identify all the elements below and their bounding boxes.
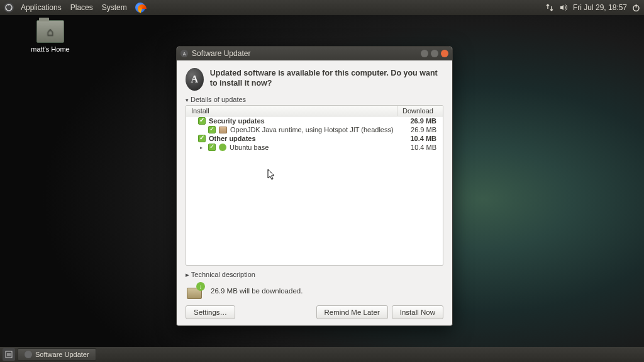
checkbox-icon[interactable] (198, 117, 206, 125)
task-software-updater[interactable]: Software Updater (18, 348, 96, 361)
item-size: 26.9 MB (397, 126, 439, 133)
checkbox-icon[interactable] (208, 126, 216, 133)
svg-point-3 (11, 8, 12, 9)
task-icon (25, 351, 32, 358)
app-icon: A (180, 50, 188, 57)
update-icon: A (186, 68, 204, 91)
show-desktop-button[interactable] (3, 348, 15, 361)
details-expander[interactable]: ▾Details of updates (186, 96, 443, 103)
settings-button[interactable]: Settings… (186, 305, 235, 319)
menu-applications[interactable]: Applications (16, 3, 66, 12)
download-summary-text: 26.9 MB will be downloaded. (211, 287, 303, 295)
svg-text:A: A (183, 52, 186, 56)
group-label: Security updates (209, 117, 265, 125)
system-tray: Fri Jul 29, 18:57 (545, 3, 640, 12)
heading-text: Updated software is available for this c… (210, 68, 443, 89)
remind-later-button[interactable]: Remind Me Later (316, 305, 388, 319)
item-openjdk[interactable]: OpenJDK Java runtime, using Hotspot JIT … (186, 125, 443, 134)
menu-system[interactable]: System (97, 3, 131, 12)
maximize-button[interactable] (431, 50, 438, 57)
triangle-right-icon[interactable]: ▸ (200, 145, 205, 150)
network-icon[interactable] (545, 3, 554, 12)
clock[interactable]: Fri Jul 29, 18:57 (573, 3, 627, 12)
item-label: OpenJDK Java runtime, using Hotspot JIT … (230, 126, 394, 133)
checkbox-icon[interactable] (208, 144, 216, 151)
item-label: Ubuntu base (230, 144, 269, 151)
software-updater-window: A Software Updater A Updated software is… (176, 46, 453, 326)
ubuntu-icon (219, 144, 226, 151)
svg-point-1 (8, 4, 9, 5)
triangle-down-icon: ▾ (186, 97, 189, 103)
download-icon: ↓ (186, 283, 204, 299)
svg-rect-8 (7, 353, 11, 356)
titlebar[interactable]: A Software Updater (177, 47, 452, 60)
install-now-button[interactable]: Install Now (392, 305, 443, 319)
list-header: Install Download (186, 106, 443, 116)
close-button[interactable] (441, 50, 448, 57)
col-download[interactable]: Download (397, 106, 443, 116)
distro-logo-icon[interactable] (4, 3, 14, 13)
group-label: Other updates (209, 135, 256, 142)
desktop-icon-label: matt's Home (25, 45, 75, 53)
updates-list[interactable]: Install Download Security updates 26.9 M… (186, 105, 443, 266)
folder-icon: ⌂ (36, 20, 64, 43)
task-label: Software Updater (35, 351, 89, 358)
download-summary-row: ↓ 26.9 MB will be downloaded. (186, 283, 443, 299)
col-install[interactable]: Install (186, 106, 397, 116)
group-size: 26.9 MB (397, 117, 439, 125)
triangle-right-icon: ▸ (186, 271, 189, 278)
group-other[interactable]: Other updates 10.4 MB (186, 134, 443, 143)
volume-icon[interactable] (559, 3, 568, 12)
checkbox-icon[interactable] (198, 135, 206, 142)
item-ubuntu-base[interactable]: ▸Ubuntu base 10.4 MB (186, 143, 443, 152)
package-icon (219, 127, 227, 133)
group-size: 10.4 MB (397, 135, 439, 142)
menu-places[interactable]: Places (66, 3, 97, 12)
power-icon[interactable] (632, 4, 640, 12)
technical-expander[interactable]: ▸ Technical description (186, 271, 443, 279)
firefox-icon[interactable] (135, 3, 145, 13)
desktop-home-folder[interactable]: ⌂ matt's Home (25, 20, 75, 53)
top-panel: Applications Places System Fri Jul 29, 1… (0, 0, 644, 15)
item-size: 10.4 MB (397, 144, 439, 151)
group-security[interactable]: Security updates 26.9 MB (186, 116, 443, 125)
bottom-panel: Software Updater (0, 347, 644, 362)
minimize-button[interactable] (421, 50, 428, 57)
window-title: Software Updater (192, 49, 250, 58)
svg-point-2 (6, 8, 7, 9)
